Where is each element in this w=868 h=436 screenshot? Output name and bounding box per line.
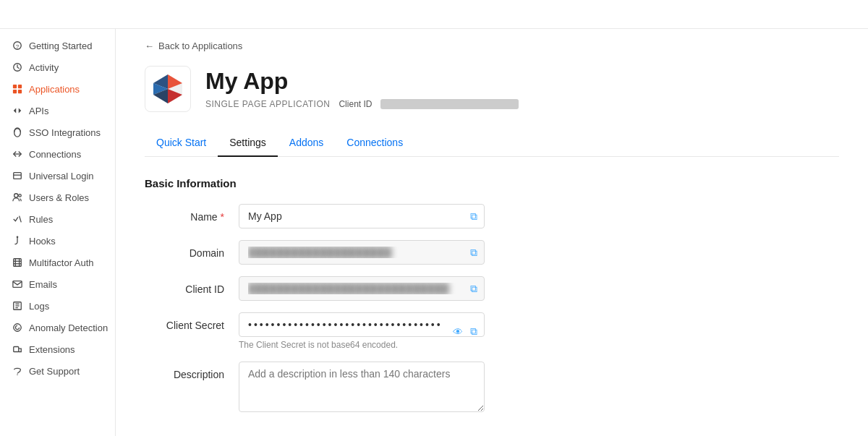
sidebar-item-users-roles[interactable]: Users & Roles [0, 187, 115, 208]
copy-secret-button[interactable]: ⧉ [469, 324, 479, 339]
sidebar-item-extensions[interactable]: Extensions [0, 338, 115, 360]
client-id-copy-button[interactable]: ⧉ [469, 281, 479, 296]
sidebar-item-universal-login[interactable]: Universal Login [0, 165, 115, 187]
sidebar-item-connections[interactable]: Connections [0, 143, 115, 165]
sidebar-item-get-support[interactable]: Get Support [0, 360, 115, 382]
svg-point-26 [17, 375, 17, 375]
svg-line-13 [20, 216, 22, 223]
logs-icon [12, 300, 23, 312]
description-field-row: Description [145, 362, 839, 414]
copy-icon: ⧉ [470, 325, 477, 338]
sidebar-label-multifactor-auth: Multifactor Auth [29, 257, 94, 268]
name-label: Name * [145, 204, 239, 223]
hooks-icon [12, 235, 23, 247]
client-id-value [380, 99, 519, 109]
domain-copy-button[interactable]: ⧉ [469, 245, 479, 260]
sidebar-item-applications[interactable]: Applications [0, 78, 115, 100]
client-secret-input[interactable] [239, 312, 485, 337]
client-secret-label: Client Secret [145, 312, 239, 331]
basic-information-section: Basic Information Name * ⧉ Domain [145, 177, 839, 414]
description-textarea[interactable] [239, 362, 485, 412]
secret-actions: 👁 ⧉ [451, 324, 479, 339]
svg-rect-9 [14, 173, 22, 179]
apis-icon [12, 105, 23, 116]
client-secret-wrapper: 👁 ⧉ The Client Secret is not base64 enco… [239, 312, 485, 350]
sidebar-item-activity[interactable]: Activity [0, 56, 115, 78]
sidebar-label-rules: Rules [29, 214, 53, 225]
svg-rect-20 [13, 281, 22, 288]
tab-quick-start[interactable]: Quick Start [145, 129, 218, 157]
getting-started-icon: ? [12, 40, 23, 51]
client-secret-hint: The Client Secret is not base64 encoded. [239, 340, 485, 350]
name-copy-button[interactable]: ⧉ [469, 209, 479, 224]
sidebar: ? Getting Started Activity Applications … [0, 29, 116, 436]
anomaly-detection-icon [12, 322, 23, 333]
svg-rect-3 [13, 85, 17, 88]
tab-addons[interactable]: Addons [278, 129, 335, 157]
copy-icon: ⧉ [470, 283, 477, 295]
top-bar [0, 0, 868, 29]
domain-input-wrapper: ⧉ [239, 240, 485, 265]
sidebar-label-anomaly-detection: Anomaly Detection [29, 322, 108, 333]
sso-integrations-icon [12, 127, 23, 138]
applications-icon [12, 83, 23, 95]
required-star: * [218, 211, 224, 223]
sidebar-item-emails[interactable]: Emails [0, 273, 115, 295]
sidebar-label-getting-started: Getting Started [29, 40, 92, 51]
svg-text:?: ? [16, 43, 20, 50]
main-content: ← Back to Applications My App SINGLE PAG… [116, 29, 868, 436]
tab-settings[interactable]: Settings [218, 129, 278, 157]
domain-label: Domain [145, 240, 239, 259]
svg-rect-15 [14, 259, 22, 267]
sidebar-item-hooks[interactable]: Hooks [0, 230, 115, 252]
sidebar-item-anomaly-detection[interactable]: Anomaly Detection [0, 317, 115, 338]
sidebar-item-logs[interactable]: Logs [0, 295, 115, 317]
svg-point-14 [17, 236, 19, 238]
sidebar-label-sso-integrations: SSO Integrations [29, 127, 101, 138]
layout: ? Getting Started Activity Applications … [0, 29, 868, 436]
rules-icon [12, 213, 23, 225]
svg-rect-4 [18, 85, 22, 88]
universal-login-icon [12, 170, 23, 181]
sidebar-label-connections: Connections [29, 149, 81, 160]
tab-connections[interactable]: Connections [335, 129, 414, 157]
client-id-field-label: Client ID [145, 276, 239, 295]
app-name: My App [205, 69, 519, 94]
sidebar-label-universal-login: Universal Login [29, 171, 94, 181]
sidebar-item-getting-started[interactable]: ? Getting Started [0, 35, 115, 56]
domain-input[interactable] [239, 240, 485, 265]
sidebar-label-activity: Activity [29, 62, 59, 73]
app-type: SINGLE PAGE APPLICATION [205, 99, 330, 109]
svg-rect-6 [18, 90, 22, 93]
client-id-input-wrapper: ⧉ [239, 276, 485, 301]
description-label: Description [145, 362, 239, 380]
name-input-wrapper: ⧉ [239, 204, 485, 228]
extensions-icon [12, 343, 23, 355]
app-meta: SINGLE PAGE APPLICATION Client ID [205, 99, 519, 109]
sidebar-item-rules[interactable]: Rules [0, 208, 115, 230]
sidebar-item-multifactor-auth[interactable]: Multifactor Auth [0, 252, 115, 273]
app-header: My App SINGLE PAGE APPLICATION Client ID [145, 66, 839, 112]
sidebar-label-extensions: Extensions [29, 344, 75, 355]
tabs: Quick Start Settings Addons Connections [145, 129, 839, 157]
copy-icon: ⧉ [470, 210, 477, 223]
app-logo [145, 66, 191, 112]
svg-point-12 [19, 195, 22, 197]
sidebar-label-hooks: Hooks [29, 236, 56, 247]
client-id-label: Client ID [339, 99, 372, 109]
get-support-icon [12, 365, 23, 377]
sidebar-item-sso-integrations[interactable]: SSO Integrations [0, 121, 115, 143]
sidebar-item-apis[interactable]: APIs [0, 100, 115, 121]
emails-icon [12, 278, 23, 290]
back-to-applications[interactable]: ← Back to Applications [145, 29, 839, 66]
name-input[interactable] [239, 204, 485, 228]
users-roles-icon [12, 192, 23, 203]
client-id-field-row: Client ID ⧉ [145, 276, 839, 301]
activity-icon [12, 61, 23, 73]
client-id-input[interactable] [239, 276, 485, 301]
reveal-secret-button[interactable]: 👁 [451, 324, 464, 338]
eye-icon: 👁 [453, 325, 463, 337]
sidebar-label-users-roles: Users & Roles [29, 192, 89, 203]
multifactor-auth-icon [12, 257, 23, 268]
sidebar-label-apis: APIs [29, 106, 48, 116]
